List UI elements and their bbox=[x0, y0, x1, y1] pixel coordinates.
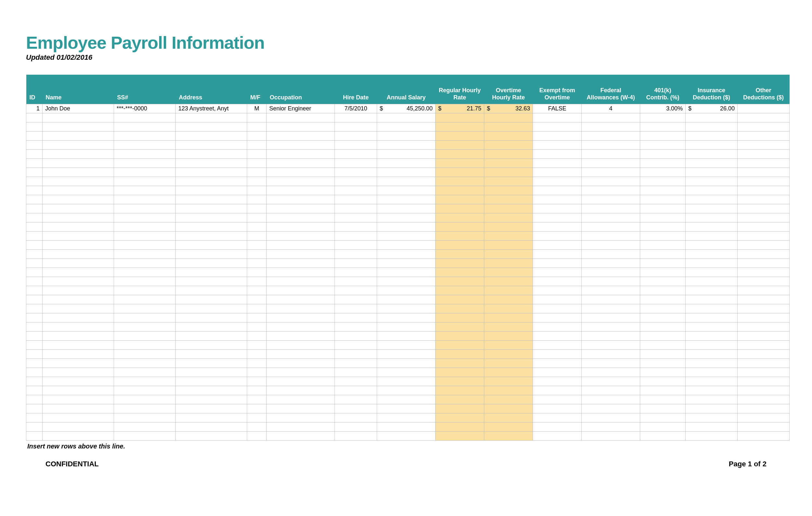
empty-cell[interactable] bbox=[436, 140, 484, 149]
empty-cell[interactable] bbox=[42, 240, 114, 249]
empty-cell[interactable] bbox=[686, 304, 737, 313]
empty-cell[interactable] bbox=[533, 240, 582, 249]
empty-cell[interactable] bbox=[640, 422, 686, 431]
empty-cell[interactable] bbox=[377, 359, 436, 368]
empty-cell[interactable] bbox=[335, 304, 377, 313]
empty-cell[interactable] bbox=[247, 377, 267, 386]
empty-cell[interactable] bbox=[247, 431, 267, 441]
empty-cell[interactable] bbox=[436, 240, 484, 249]
empty-cell[interactable] bbox=[686, 268, 737, 277]
empty-cell[interactable] bbox=[377, 404, 436, 413]
empty-cell[interactable] bbox=[582, 168, 640, 177]
empty-cell[interactable] bbox=[582, 359, 640, 368]
empty-cell[interactable] bbox=[436, 395, 484, 404]
empty-cell[interactable] bbox=[737, 359, 790, 368]
empty-cell[interactable] bbox=[26, 213, 42, 222]
empty-cell[interactable] bbox=[176, 350, 247, 359]
empty-cell[interactable] bbox=[267, 286, 335, 295]
empty-cell[interactable] bbox=[377, 222, 436, 231]
empty-cell[interactable] bbox=[247, 259, 267, 268]
empty-cell[interactable] bbox=[114, 249, 176, 259]
empty-cell[interactable] bbox=[42, 431, 114, 441]
empty-cell[interactable] bbox=[377, 295, 436, 304]
empty-cell[interactable] bbox=[377, 149, 436, 158]
empty-cell[interactable] bbox=[335, 213, 377, 222]
empty-cell[interactable] bbox=[267, 359, 335, 368]
empty-cell[interactable] bbox=[267, 149, 335, 158]
empty-cell[interactable] bbox=[640, 195, 686, 204]
empty-cell[interactable] bbox=[176, 122, 247, 131]
empty-cell[interactable] bbox=[26, 158, 42, 168]
empty-cell[interactable] bbox=[377, 386, 436, 395]
empty-cell[interactable] bbox=[737, 295, 790, 304]
empty-cell[interactable] bbox=[737, 168, 790, 177]
empty-cell[interactable] bbox=[267, 413, 335, 422]
empty-cell[interactable] bbox=[737, 149, 790, 158]
empty-cell[interactable] bbox=[484, 377, 533, 386]
empty-cell[interactable] bbox=[436, 113, 484, 122]
empty-cell[interactable] bbox=[582, 268, 640, 277]
empty-cell[interactable] bbox=[335, 386, 377, 395]
empty-cell[interactable] bbox=[377, 340, 436, 350]
empty-cell[interactable] bbox=[26, 313, 42, 322]
empty-cell[interactable] bbox=[267, 313, 335, 322]
empty-cell[interactable] bbox=[533, 277, 582, 286]
empty-cell[interactable] bbox=[335, 404, 377, 413]
empty-cell[interactable] bbox=[686, 404, 737, 413]
empty-cell[interactable] bbox=[267, 240, 335, 249]
empty-cell[interactable] bbox=[436, 431, 484, 441]
empty-cell[interactable] bbox=[737, 140, 790, 149]
empty-cell[interactable] bbox=[247, 168, 267, 177]
empty-cell[interactable] bbox=[267, 122, 335, 131]
empty-cell[interactable] bbox=[335, 186, 377, 195]
empty-cell[interactable] bbox=[176, 268, 247, 277]
empty-cell[interactable] bbox=[640, 368, 686, 377]
empty-cell[interactable] bbox=[42, 231, 114, 240]
empty-cell[interactable] bbox=[176, 249, 247, 259]
empty-cell[interactable] bbox=[267, 386, 335, 395]
empty-cell[interactable] bbox=[267, 304, 335, 313]
empty-cell[interactable] bbox=[42, 158, 114, 168]
empty-cell[interactable] bbox=[686, 277, 737, 286]
empty-cell[interactable] bbox=[640, 158, 686, 168]
cell-mf[interactable]: M bbox=[247, 104, 267, 113]
empty-cell[interactable] bbox=[377, 259, 436, 268]
empty-cell[interactable] bbox=[335, 286, 377, 295]
empty-cell[interactable] bbox=[582, 195, 640, 204]
empty-cell[interactable] bbox=[533, 286, 582, 295]
empty-cell[interactable] bbox=[533, 177, 582, 186]
empty-cell[interactable] bbox=[640, 249, 686, 259]
empty-cell[interactable] bbox=[484, 350, 533, 359]
empty-cell[interactable] bbox=[436, 350, 484, 359]
empty-cell[interactable] bbox=[533, 231, 582, 240]
empty-cell[interactable] bbox=[114, 386, 176, 395]
empty-cell[interactable] bbox=[436, 359, 484, 368]
empty-cell[interactable] bbox=[737, 386, 790, 395]
empty-cell[interactable] bbox=[436, 377, 484, 386]
empty-cell[interactable] bbox=[640, 168, 686, 177]
empty-cell[interactable] bbox=[114, 286, 176, 295]
empty-cell[interactable] bbox=[377, 158, 436, 168]
empty-cell[interactable] bbox=[484, 158, 533, 168]
empty-cell[interactable] bbox=[26, 422, 42, 431]
empty-cell[interactable] bbox=[26, 149, 42, 158]
empty-cell[interactable] bbox=[582, 295, 640, 304]
empty-cell[interactable] bbox=[533, 204, 582, 213]
empty-cell[interactable] bbox=[176, 231, 247, 240]
empty-cell[interactable] bbox=[114, 168, 176, 177]
empty-cell[interactable] bbox=[335, 377, 377, 386]
empty-cell[interactable] bbox=[436, 249, 484, 259]
empty-cell[interactable] bbox=[42, 249, 114, 259]
empty-cell[interactable] bbox=[42, 386, 114, 395]
empty-cell[interactable] bbox=[26, 386, 42, 395]
empty-cell[interactable] bbox=[42, 286, 114, 295]
empty-cell[interactable] bbox=[267, 168, 335, 177]
empty-cell[interactable] bbox=[247, 149, 267, 158]
empty-cell[interactable] bbox=[436, 149, 484, 158]
empty-cell[interactable] bbox=[335, 195, 377, 204]
empty-cell[interactable] bbox=[114, 149, 176, 158]
empty-cell[interactable] bbox=[114, 368, 176, 377]
empty-cell[interactable] bbox=[533, 268, 582, 277]
empty-cell[interactable] bbox=[484, 413, 533, 422]
empty-cell[interactable] bbox=[114, 122, 176, 131]
